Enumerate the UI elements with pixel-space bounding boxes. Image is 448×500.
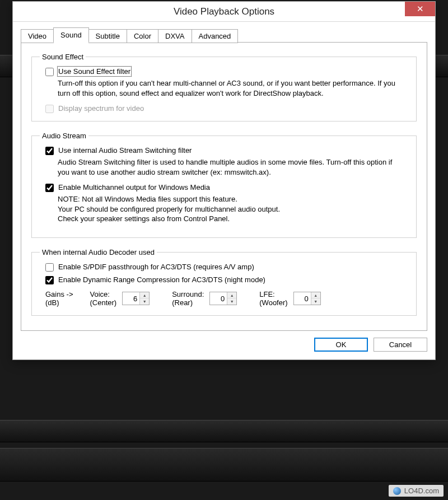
gains-label-1: Gains ->	[45, 290, 73, 299]
gains-label-2: (dB)	[45, 298, 73, 307]
surround-label: Surround: (Rear)	[172, 290, 204, 307]
spdif-checkbox[interactable]	[45, 263, 54, 272]
dialog-video-playback-options: Video Playback Options ✕ Video Sound Sub…	[12, 1, 436, 360]
voice-label: Voice: (Center)	[90, 290, 117, 307]
ok-button[interactable]: OK	[314, 338, 368, 352]
voice-spin-down[interactable]: ▼	[140, 298, 149, 305]
globe-icon	[393, 487, 401, 495]
lfe-input[interactable]	[294, 292, 311, 305]
voice-label-2: (Center)	[90, 298, 117, 307]
voice-spin-up[interactable]: ▲	[140, 292, 149, 298]
spdif-label: Enable S/PDIF passthrough for AC3/DTS (r…	[58, 263, 254, 271]
dialog-body: Video Sound Subtitle Color DXVA Advanced…	[13, 22, 435, 359]
cancel-button[interactable]: Cancel	[374, 338, 427, 352]
group-audio-stream: Audio Stream Use internal Audio Stream S…	[31, 132, 417, 238]
watermark: LO4D.com	[389, 485, 444, 497]
lfe-label: LFE: (Woofer)	[259, 290, 287, 307]
multichannel-desc: NOTE: Not all Windows Media files suppor…	[58, 194, 405, 224]
multichannel-checkbox[interactable]	[45, 184, 54, 192]
close-icon: ✕	[417, 4, 424, 14]
tab-video[interactable]: Video	[21, 29, 54, 43]
use-switching-filter-row[interactable]: Use internal Audio Stream Switching filt…	[40, 146, 408, 155]
use-sound-effect-row[interactable]: Use Sound Effect filter	[40, 67, 408, 76]
window-title: Video Playback Options	[174, 6, 274, 17]
tab-color[interactable]: Color	[127, 29, 158, 43]
tab-sound[interactable]: Sound	[53, 27, 89, 43]
group-sound-effect: Sound Effect Use Sound Effect filter Tur…	[31, 53, 417, 122]
multichannel-label: Enable Multichannel output for Windows M…	[58, 183, 210, 191]
gains-label: Gains -> (dB)	[45, 290, 73, 307]
watermark-text: LO4D.com	[404, 487, 439, 495]
spdif-row[interactable]: Enable S/PDIF passthrough for AC3/DTS (r…	[40, 262, 408, 272]
tab-subtitle[interactable]: Subtitle	[88, 29, 127, 43]
voice-label-1: Voice:	[90, 290, 117, 299]
use-sound-effect-checkbox[interactable]	[45, 68, 54, 76]
use-switching-filter-desc: Audio Stream Switching filter is used to…	[58, 157, 405, 177]
voice-input[interactable]	[123, 292, 139, 305]
use-sound-effect-desc: Turn-off this option if you can't hear m…	[58, 78, 405, 98]
use-switching-filter-label: Use internal Audio Stream Switching filt…	[58, 146, 192, 155]
button-row: OK Cancel	[21, 338, 427, 352]
surround-spin-up[interactable]: ▲	[227, 292, 236, 298]
surround-input[interactable]	[210, 292, 227, 305]
gains-row: Gains -> (dB) Voice: (Center) ▲ ▼	[45, 290, 408, 307]
group-sound-effect-legend: Sound Effect	[40, 53, 86, 61]
tab-strip: Video Sound Subtitle Color DXVA Advanced	[21, 27, 427, 43]
use-switching-filter-checkbox[interactable]	[45, 147, 54, 155]
tab-advanced[interactable]: Advanced	[192, 29, 239, 43]
surround-label-2: (Rear)	[172, 298, 204, 307]
display-spectrum-checkbox	[45, 105, 54, 113]
lfe-label-2: (Woofer)	[259, 298, 287, 307]
display-spectrum-label: Display spectrum for video	[58, 104, 144, 113]
lfe-spin-up[interactable]: ▲	[311, 292, 320, 298]
multichannel-row[interactable]: Enable Multichannel output for Windows M…	[40, 183, 408, 192]
titlebar: Video Playback Options ✕	[13, 2, 435, 22]
lfe-label-1: LFE:	[259, 290, 287, 299]
use-sound-effect-label: Use Sound Effect filter	[58, 67, 130, 76]
drc-row[interactable]: Enable Dynamic Range Compression for AC3…	[40, 275, 408, 284]
voice-spinner[interactable]: ▲ ▼	[122, 292, 150, 305]
drc-checkbox[interactable]	[45, 276, 54, 284]
lfe-spin-down[interactable]: ▼	[311, 298, 320, 305]
drc-label: Enable Dynamic Range Compression for AC3…	[58, 275, 265, 284]
display-spectrum-row: Display spectrum for video	[40, 104, 408, 113]
group-decoder: When internal Audio Decoder used Enable …	[31, 248, 417, 316]
group-audio-stream-legend: Audio Stream	[40, 132, 88, 140]
surround-spinner[interactable]: ▲ ▼	[209, 292, 237, 305]
group-decoder-legend: When internal Audio Decoder used	[40, 248, 157, 256]
lfe-spinner[interactable]: ▲ ▼	[293, 292, 321, 305]
tab-page-sound: Sound Effect Use Sound Effect filter Tur…	[21, 42, 427, 331]
close-button[interactable]: ✕	[405, 2, 435, 16]
surround-label-1: Surround:	[172, 290, 204, 299]
surround-spin-down[interactable]: ▼	[227, 298, 236, 305]
tab-dxva[interactable]: DXVA	[158, 29, 192, 43]
